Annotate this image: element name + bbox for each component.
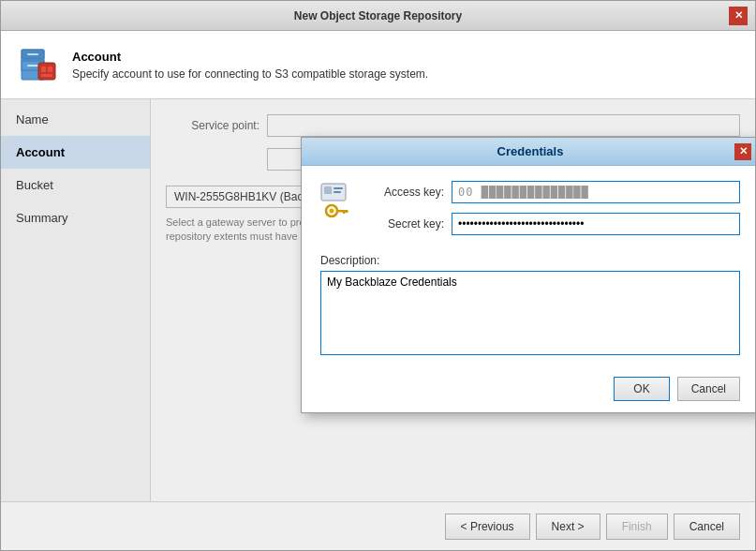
window-title: New Object Storage Repository <box>27 9 729 22</box>
cancel-button[interactable]: Cancel <box>674 514 740 540</box>
sidebar-item-account[interactable]: Account <box>1 136 150 169</box>
header-subtitle: Specify account to use for connecting to… <box>72 67 428 81</box>
title-bar: New Object Storage Repository ✕ <box>1 1 755 31</box>
credentials-icon <box>320 183 350 222</box>
window-close-button[interactable]: ✕ <box>729 7 748 25</box>
svg-rect-8 <box>41 74 52 77</box>
dialog-ok-button[interactable]: OK <box>614 377 669 401</box>
svg-rect-16 <box>343 210 346 214</box>
dialog-title-bar: Credentials ✕ <box>302 138 755 166</box>
previous-button[interactable]: < Previous <box>445 514 530 540</box>
access-key-label: Access key: <box>360 186 444 199</box>
description-textarea[interactable]: My Backblaze Credentials <box>320 271 740 355</box>
content-area: Name Account Bucket Summary Service poin… <box>1 99 755 501</box>
credentials-dialog: Credentials ✕ <box>301 137 755 413</box>
description-section: Description: My Backblaze Credentials <box>320 254 740 358</box>
main-panel: Service point: Add... Accounts WIN-2555G… <box>151 99 755 501</box>
secret-key-input[interactable] <box>452 213 740 235</box>
svg-rect-17 <box>346 210 348 213</box>
secret-key-row: Secret key: <box>360 213 740 235</box>
sidebar-item-name[interactable]: Name <box>1 103 150 136</box>
description-label: Description: <box>320 254 740 267</box>
svg-rect-11 <box>334 187 343 189</box>
sidebar: Name Account Bucket Summary <box>1 99 151 501</box>
dialog-cancel-button[interactable]: Cancel <box>677 377 740 401</box>
dialog-icon-area: Access key: Secret key: <box>320 181 740 245</box>
svg-rect-3 <box>27 53 38 55</box>
svg-rect-6 <box>41 67 46 72</box>
svg-rect-7 <box>48 67 52 72</box>
next-button[interactable]: Next > <box>536 514 600 540</box>
header-icon <box>16 42 61 87</box>
header-text: Account Specify account to use for conne… <box>72 50 428 81</box>
finish-button[interactable]: Finish <box>606 514 668 540</box>
svg-rect-12 <box>334 191 341 193</box>
access-key-input[interactable] <box>452 181 740 203</box>
svg-rect-10 <box>324 186 332 194</box>
header-area: Account Specify account to use for conne… <box>1 31 755 99</box>
sidebar-item-summary[interactable]: Summary <box>1 201 150 234</box>
sidebar-item-bucket[interactable]: Bucket <box>1 169 150 201</box>
secret-key-label: Secret key: <box>360 217 444 231</box>
access-key-row: Access key: <box>360 181 740 203</box>
dialog-fields: Access key: Secret key: <box>360 181 740 245</box>
main-window: New Object Storage Repository ✕ Account … <box>0 0 756 551</box>
dialog-title: Credentials <box>326 144 734 158</box>
dialog-close-button[interactable]: ✕ <box>734 143 751 160</box>
svg-point-14 <box>330 209 334 214</box>
svg-rect-5 <box>38 63 55 80</box>
dialog-footer: OK Cancel <box>302 369 755 412</box>
svg-rect-4 <box>27 65 38 67</box>
dialog-body: Access key: Secret key: Description: My … <box>302 166 755 369</box>
header-title: Account <box>72 50 428 64</box>
footer: < Previous Next > Finish Cancel <box>1 501 755 550</box>
